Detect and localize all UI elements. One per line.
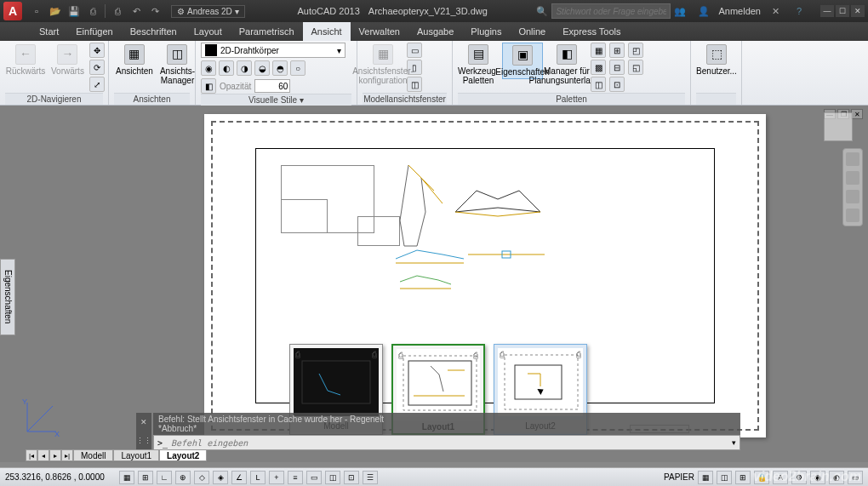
app-menu-button[interactable]: A bbox=[3, 2, 22, 20]
pal3-icon[interactable]: ◫ bbox=[591, 77, 606, 92]
vs-opt1-icon[interactable]: ◉ bbox=[201, 60, 216, 76]
sb-isolate-button[interactable]: ◐ bbox=[829, 471, 844, 484]
sb-quickview-button[interactable]: ▦ bbox=[698, 471, 713, 484]
sb-cleanscreen-button[interactable]: ▭ bbox=[848, 471, 863, 484]
navwheel-icon[interactable] bbox=[846, 152, 859, 166]
navorbit-icon[interactable] bbox=[846, 209, 859, 222]
qv-plot-icon[interactable]: ⎙ bbox=[500, 350, 505, 359]
tabscroll-first-button[interactable]: |◂ bbox=[26, 449, 37, 461]
viewcube[interactable] bbox=[824, 112, 853, 141]
qv-pub-icon[interactable]: ⎙ bbox=[372, 350, 377, 359]
sb-polar-button[interactable]: ⊕ bbox=[175, 471, 191, 484]
vs-opt3-icon[interactable]: ◑ bbox=[237, 60, 252, 76]
qv-plot-icon[interactable]: ⎙ bbox=[398, 351, 403, 360]
tabscroll-next-button[interactable]: ▸ bbox=[49, 449, 61, 461]
sb-grid-button[interactable]: ⊞ bbox=[138, 471, 153, 484]
sb-sc-button[interactable]: ⊡ bbox=[344, 471, 359, 484]
vs-opt4-icon[interactable]: ◒ bbox=[254, 60, 270, 76]
tabscroll-prev-button[interactable]: ◂ bbox=[37, 449, 49, 461]
sb-lwt-button[interactable]: ≡ bbox=[288, 471, 303, 484]
sb-ducs-button[interactable]: L bbox=[250, 471, 266, 484]
sb-ws-button[interactable]: ⚙ bbox=[791, 471, 807, 484]
workspace-dropdown[interactable]: ⚙ Andreas 2D ▾ bbox=[171, 5, 245, 18]
sb-3dosnap-button[interactable]: ◈ bbox=[213, 471, 228, 484]
drawing-canvas[interactable]: — ❐ ✕ Eigenschaften X Y ⎙ bbox=[0, 106, 868, 462]
tab-plugins[interactable]: Plugins bbox=[462, 22, 510, 41]
nav-back-button[interactable]: ←Rückwärts bbox=[5, 43, 46, 77]
opacity-input[interactable] bbox=[254, 79, 290, 93]
layouttab-modell[interactable]: Modell bbox=[73, 449, 113, 461]
pal4-icon[interactable]: ⊞ bbox=[609, 43, 625, 58]
tab-start[interactable]: Start bbox=[31, 22, 67, 41]
sb-qp-button[interactable]: ◫ bbox=[325, 471, 340, 484]
layouttab-layout2[interactable]: Layout2 bbox=[159, 449, 207, 461]
orbit-icon[interactable]: ⟳ bbox=[89, 60, 105, 75]
group-title-vs[interactable]: Visuelle Stile ▾ bbox=[201, 94, 351, 106]
pal1-icon[interactable]: ▦ bbox=[591, 43, 606, 58]
search-input[interactable] bbox=[551, 3, 671, 19]
login-link[interactable]: Anmelden bbox=[718, 6, 761, 16]
tab-parametrisch[interactable]: Parametrisch bbox=[231, 22, 303, 41]
opacity-icon[interactable]: ◧ bbox=[201, 78, 216, 94]
navzoom-icon[interactable] bbox=[846, 190, 859, 203]
sb-quicklayout-button[interactable]: ◫ bbox=[717, 471, 732, 484]
sb-annovs-button[interactable]: A bbox=[773, 471, 788, 484]
pal2-icon[interactable]: ▩ bbox=[591, 60, 606, 75]
qv-pub-icon[interactable]: ⎙ bbox=[576, 350, 581, 359]
sb-annoscale-button[interactable]: 🔒 bbox=[754, 471, 769, 484]
doc-close-button[interactable]: ✕ bbox=[851, 109, 863, 119]
qat-save-icon[interactable]: 💾 bbox=[67, 4, 81, 18]
sb-ortho-button[interactable]: ∟ bbox=[157, 471, 172, 484]
vs-opt5-icon[interactable]: ◓ bbox=[272, 60, 288, 76]
cmd-close-icon[interactable]: ✕ bbox=[140, 418, 147, 426]
paper-model-toggle[interactable]: PAPIER bbox=[664, 472, 694, 482]
qat-undo-icon[interactable]: ↶ bbox=[129, 4, 143, 18]
pal8-icon[interactable]: ◱ bbox=[628, 60, 643, 75]
pal6-icon[interactable]: ⊡ bbox=[609, 77, 625, 92]
layouttab-layout1[interactable]: Layout1 bbox=[113, 449, 159, 461]
sb-tpy-button[interactable]: ▭ bbox=[306, 471, 322, 484]
view-manager-button[interactable]: ◫Ansichts- Manager bbox=[158, 43, 197, 87]
command-input[interactable] bbox=[171, 438, 728, 448]
pal7-icon[interactable]: ◰ bbox=[628, 43, 643, 58]
command-handle[interactable]: ✕⋮⋮ bbox=[136, 413, 151, 450]
visual-style-dropdown[interactable]: 2D-Drahtkörper▾ bbox=[201, 43, 345, 58]
close-button[interactable]: ✕ bbox=[851, 5, 865, 17]
tab-online[interactable]: Online bbox=[510, 22, 554, 41]
nav-forward-button[interactable]: →Vorwärts bbox=[49, 43, 86, 77]
navpan-icon[interactable] bbox=[846, 171, 859, 185]
sb-otrack-button[interactable]: ∠ bbox=[231, 471, 247, 484]
qat-new-icon[interactable]: ▫ bbox=[30, 4, 43, 18]
vp-sm1-icon[interactable]: ▭ bbox=[407, 43, 422, 58]
help-icon[interactable]: ? bbox=[792, 4, 806, 18]
extents-icon[interactable]: ⤢ bbox=[89, 77, 105, 92]
coords-readout[interactable]: 253.3216, 0.8626 , 0.0000 bbox=[5, 472, 116, 482]
sb-snap-button[interactable]: ▦ bbox=[119, 471, 134, 484]
tab-einfugen[interactable]: Einfügen bbox=[67, 22, 121, 41]
pan-icon[interactable]: ✥ bbox=[89, 43, 105, 58]
qv-pub-icon[interactable]: ⎙ bbox=[473, 351, 478, 360]
views-button[interactable]: ▦Ansichten bbox=[114, 43, 155, 77]
tab-ausgabe[interactable]: Ausgabe bbox=[408, 22, 462, 41]
vs-opt2-icon[interactable]: ◐ bbox=[219, 60, 234, 76]
qat-open-icon[interactable]: 📂 bbox=[49, 4, 62, 18]
sb-dyn-button[interactable]: + bbox=[269, 471, 284, 484]
qv-plot-icon[interactable]: ⎙ bbox=[295, 350, 300, 359]
cmd-dropdown-icon[interactable]: ▾ bbox=[732, 438, 736, 447]
cmd-grip-icon[interactable]: ⋮⋮ bbox=[136, 437, 151, 445]
command-line[interactable]: >_ ▾ bbox=[153, 435, 740, 450]
tab-beschriften[interactable]: Beschriften bbox=[122, 22, 186, 41]
sb-hwaccel-button[interactable]: ◉ bbox=[810, 471, 825, 484]
toolpalettes-button[interactable]: ▤Werkzeug- Paletten bbox=[458, 43, 499, 87]
sb-drawings-button[interactable]: ⊞ bbox=[735, 471, 751, 484]
vs-opt6-icon[interactable]: ○ bbox=[290, 60, 306, 76]
tabscroll-last-button[interactable]: ▸| bbox=[61, 449, 73, 461]
qat-plot-icon[interactable]: ⎙ bbox=[111, 4, 124, 18]
pal5-icon[interactable]: ⊟ bbox=[609, 60, 625, 75]
navigation-bar[interactable] bbox=[842, 148, 863, 226]
exchange-icon[interactable]: ✕ bbox=[768, 4, 782, 18]
viewport-config-button[interactable]: ▦Ansichtsfenster- konfiguration bbox=[363, 43, 403, 87]
sb-osnap-button[interactable]: ◇ bbox=[194, 471, 209, 484]
tab-expresstools[interactable]: Express Tools bbox=[554, 22, 629, 41]
minimize-button[interactable]: — bbox=[820, 5, 834, 17]
